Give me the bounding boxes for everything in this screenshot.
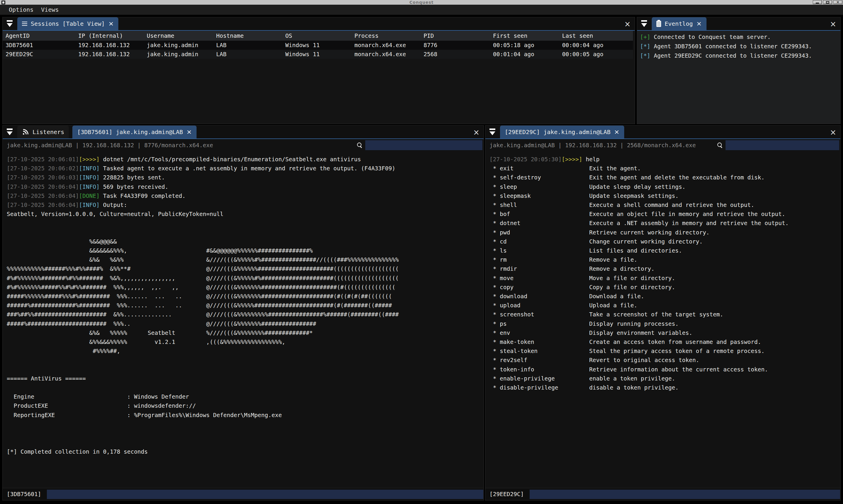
console-tab-bar: [29EED29C] jake.king.admin@LAB × × — [485, 126, 840, 139]
sessions-pane: Sessions [Table View] × × AgentIDIP (Int… — [2, 17, 635, 124]
command-help-line: * screenshot Take a screenshot of the ta… — [489, 310, 840, 319]
tab-label: Sessions [Table View] — [31, 20, 105, 27]
eventlog-pane-close-icon[interactable]: × — [830, 20, 836, 28]
output-line: #%#%%%%%%%#####%%#%#%%####### %%%,,,,,, … — [7, 283, 484, 292]
command-help-line: * env Display environment variables. — [489, 328, 840, 338]
minimize-icon — [816, 3, 819, 3]
output-line: &%& %%%%% Seatbelt %////(((&%%%%%%%%####… — [7, 328, 484, 338]
output-line: Seatbelt, Version=1.0.0.0, Culture=neutr… — [7, 210, 484, 219]
log-line: [27-10-2025 20:06:04][INFO] Output: — [7, 200, 484, 210]
output-line: ProductEXE : windowsdefender:// — [7, 401, 484, 410]
tab-eventlog[interactable]: Eventlog × — [652, 17, 706, 30]
close-button[interactable]: ✕ — [833, 0, 842, 4]
output-line — [7, 438, 484, 447]
command-help-line: * token-info Retrieve information about … — [489, 365, 840, 374]
command-help-line: * self-destroy Exit the agent and delete… — [489, 173, 840, 182]
output-line: %%%%%%%%%%%######%%%#%%####% &%%**# @///… — [7, 264, 484, 273]
tab-close-icon[interactable]: × — [187, 129, 192, 135]
sessions-pane-close-icon[interactable]: × — [624, 20, 631, 28]
log-line: [27-10-2025 20:06:04][DONE] Task F4A33F0… — [7, 192, 484, 200]
sessions-tab-bar: Sessions [Table View] × × — [3, 17, 635, 31]
column-header-pid[interactable]: PID — [421, 33, 490, 39]
maximize-icon — [826, 1, 829, 3]
console-output: [27-10-2025 20:05:30][>>>>] help * exit … — [485, 151, 840, 488]
command-help-line: * move Move a file or directory. — [489, 274, 840, 283]
eventlog-tab-bar: Eventlog × × — [637, 17, 840, 31]
column-header-ip-internal-[interactable]: IP (Internal) — [75, 33, 144, 39]
output-line: ###%##%%##################### &%%.......… — [7, 310, 484, 319]
tab-agent-29EED29C[interactable]: [29EED29C] jake.king.admin@LAB × — [500, 126, 624, 139]
console-search-input[interactable] — [725, 140, 839, 150]
output-line: %&&@@@&& — [7, 237, 484, 246]
tab-close-icon[interactable]: × — [614, 129, 619, 135]
column-header-last-seen[interactable]: Last seen — [559, 33, 633, 39]
column-header-process[interactable]: Process — [351, 33, 421, 39]
command-help-line: * bof Execute an object file in memory a… — [489, 210, 840, 219]
eventlog-body: [+] Connected to Conquest team server.[*… — [637, 31, 840, 124]
output-line: #%#%%%%%%%#######%#%%####### %&%,,,,,,,,… — [7, 274, 484, 283]
collapse-pane-icon[interactable] — [489, 128, 496, 137]
prompt-label: [29EED29C] — [489, 491, 524, 498]
close-icon: ✕ — [836, 0, 840, 4]
command-prompt-bar: [29EED29C] — [485, 488, 840, 500]
output-line — [7, 429, 484, 438]
command-help-line: * ls List files and directories. — [489, 246, 840, 255]
log-line: [27-10-2025 20:06:04][INFO] 569 bytes re… — [7, 182, 484, 192]
log-line: [27-10-2025 20:06:03][INFO] 228825 bytes… — [7, 173, 484, 182]
column-header-agentid[interactable]: AgentID — [3, 33, 75, 39]
collapse-pane-icon[interactable] — [6, 20, 14, 29]
collapse-pane-icon[interactable] — [6, 128, 14, 137]
command-help-line: * rev2self Revert to original access tok… — [489, 356, 840, 365]
output-line: &%%&&&%%%%% v1.2.1 ,(((&%%%%%%%%%%%%%%%%… — [7, 338, 484, 346]
console-pane-close-icon[interactable]: × — [830, 128, 836, 136]
console-output: [27-10-2025 20:06:01][>>>>] dotnet /mnt/… — [3, 151, 484, 488]
tab-label: Eventlog — [665, 20, 693, 27]
maximize-button[interactable] — [823, 0, 832, 4]
output-line: ====== AntiVirus ====== — [7, 374, 484, 383]
eventlog-line: [*] Agent 29EED29C connected to listener… — [640, 51, 840, 60]
tab-close-icon[interactable]: × — [108, 20, 113, 27]
session-row-3DB75601[interactable]: 3DB75601192.168.168.132jake.king.adminLA… — [3, 41, 633, 50]
console-pane-agent-29EED29C: [29EED29C] jake.king.admin@LAB × × jake.… — [485, 125, 841, 501]
command-help-line: * sleep Update sleep delay settings. — [489, 182, 840, 192]
column-header-hostname[interactable]: Hostname — [213, 33, 282, 39]
console-pane-close-icon[interactable]: × — [473, 128, 479, 136]
tab-agent-3DB75601[interactable]: [3DB75601] jake.king.admin@LAB × — [72, 126, 196, 139]
agent-status-row: jake.king.admin@LAB | 192.168.168.132 | … — [485, 139, 840, 151]
output-line: #####%####################### %%%.. @///… — [7, 319, 484, 328]
command-input[interactable] — [530, 490, 840, 499]
agent-status-text: jake.king.admin@LAB | 192.168.168.132 | … — [7, 142, 213, 149]
command-help-line: * disable-privilege disable a token priv… — [489, 383, 840, 392]
tab-listeners[interactable]: Listeners — [17, 126, 69, 139]
output-line: ######%#############%######### %%%......… — [7, 301, 484, 310]
command-help-line: * pwd Retrieve current working directory… — [489, 228, 840, 237]
column-header-os[interactable]: OS — [282, 33, 351, 39]
command-help-line: * upload Upload a file. — [489, 301, 840, 310]
sessions-table-body: 3DB75601192.168.168.132jake.king.adminLA… — [3, 41, 633, 124]
output-line: &%& %&%% &////(((&%%%%%#%###############… — [7, 255, 484, 264]
session-row-29EED29C[interactable]: 29EED29C192.168.168.132jake.king.adminLA… — [3, 50, 633, 59]
console-tab-bar: Listeners [3DB75601] jake.king.admin@LAB… — [3, 126, 484, 139]
sessions-table-header: AgentIDIP (Internal)UsernameHostnameOSPr… — [3, 31, 633, 41]
minimize-button[interactable] — [813, 0, 822, 4]
console-search-input[interactable] — [365, 140, 482, 150]
output-line: ReportingEXE : %ProgramFiles%\Windows De… — [7, 411, 484, 420]
output-line: Engine : Windows Defender — [7, 392, 484, 401]
command-help-line: * enable-privilege enable a token privil… — [489, 374, 840, 383]
tab-sessions-table-view[interactable]: Sessions [Table View] × — [17, 17, 118, 30]
column-header-username[interactable]: Username — [144, 33, 213, 39]
tab-label: [29EED29C] jake.king.admin@LAB — [505, 128, 611, 136]
tab-close-icon[interactable]: × — [696, 20, 702, 27]
menu-item-views[interactable]: Views — [41, 6, 58, 13]
command-help-line: * dotnet Execute a .NET assembly in memo… — [489, 219, 840, 228]
menu-item-options[interactable]: Options — [9, 6, 33, 13]
column-header-first-seen[interactable]: First seen — [490, 33, 559, 39]
agent-status-row: jake.king.admin@LAB | 192.168.168.132 | … — [3, 139, 484, 151]
command-help-line: * make-token Create an access token from… — [489, 338, 840, 346]
output-line — [7, 219, 484, 228]
command-help-line: * exit Exit the agent. — [489, 164, 840, 173]
collapse-pane-icon[interactable] — [640, 20, 648, 29]
command-input[interactable] — [47, 490, 483, 499]
command-help-line: * ps Display running processes. — [489, 319, 840, 328]
search-icon — [717, 142, 723, 148]
